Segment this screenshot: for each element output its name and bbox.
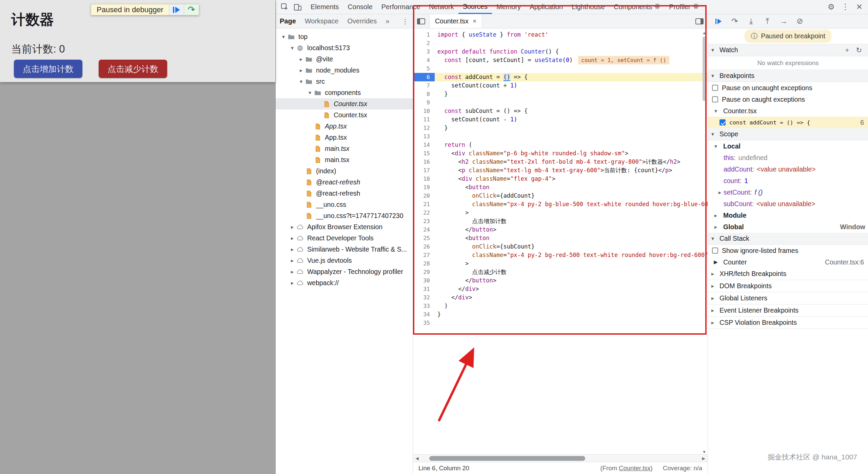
tree-item[interactable]: Apifox Browser Extension — [276, 221, 413, 233]
horizontal-scroll-thumb[interactable] — [429, 456, 585, 461]
tree-item[interactable]: App.tsx — [276, 121, 413, 132]
tree-item[interactable]: __uno.css?t=1747717407230 — [276, 210, 413, 221]
frame-location[interactable]: Counter.tsx:6 — [825, 258, 864, 266]
tree-item[interactable]: Counter.tsx — [276, 98, 413, 110]
chevron-right-icon[interactable] — [716, 189, 724, 196]
chevron-down-icon[interactable] — [297, 78, 305, 85]
scope-variable[interactable]: count: 1 — [708, 175, 868, 186]
line-number-gutter[interactable]: 4 — [413, 56, 435, 64]
call-stack-section-header[interactable]: Call Stack — [708, 233, 868, 245]
chevron-right-icon[interactable] — [289, 269, 296, 275]
tab-console[interactable]: Console — [343, 0, 377, 14]
tree-item[interactable]: localhost:5173 — [276, 42, 413, 54]
add-watch-expression-icon[interactable] — [845, 46, 849, 54]
line-number-gutter[interactable]: 15 — [413, 149, 435, 158]
line-number-gutter[interactable]: 25 — [413, 234, 435, 242]
line-number-gutter[interactable]: 31 — [413, 285, 435, 293]
line-number-gutter[interactable]: 22 — [413, 209, 435, 217]
chevron-right-icon[interactable] — [289, 257, 296, 264]
inspect-element-icon[interactable] — [278, 1, 291, 14]
checkbox-unchecked[interactable] — [712, 248, 718, 254]
tab-elements[interactable]: Elements — [306, 0, 343, 14]
refresh-watch-icon[interactable] — [856, 46, 862, 54]
tree-item[interactable]: components — [276, 87, 413, 98]
scope-group-local[interactable]: Local — [708, 140, 868, 152]
step-out-button[interactable] — [761, 15, 774, 28]
tree-item[interactable]: @react-refresh — [276, 177, 413, 188]
close-tab-icon[interactable] — [473, 17, 477, 25]
line-number-gutter[interactable]: 6 — [413, 73, 435, 81]
close-devtools-icon[interactable] — [856, 2, 863, 12]
tab-workspace[interactable]: Workspace — [305, 17, 339, 25]
tree-item[interactable]: App.tsx — [276, 132, 413, 143]
scope-variable[interactable]: addCount: <value unavailable> — [708, 163, 868, 175]
section-event-listener-breakpoints[interactable]: Event Listener Breakpoints — [708, 304, 868, 317]
chevron-down-icon[interactable] — [306, 90, 314, 96]
line-number-gutter[interactable]: 33 — [413, 302, 435, 310]
tree-item[interactable]: webpack:// — [276, 277, 413, 289]
breakpoint-checkbox[interactable] — [719, 119, 726, 125]
scope-variable[interactable]: setCount: f () — [708, 186, 868, 198]
editor-tab-counter-tsx[interactable]: Counter.tsx — [429, 14, 482, 28]
line-number-gutter[interactable]: 14 — [413, 141, 435, 149]
section-dom-breakpoints[interactable]: DOM Breakpoints — [708, 280, 868, 292]
tab-performance[interactable]: Performance — [377, 0, 425, 14]
chevron-right-icon[interactable] — [297, 56, 305, 62]
tree-item[interactable]: node_modules — [276, 65, 413, 76]
tab-application[interactable]: Application — [525, 0, 567, 14]
from-file-link[interactable]: Counter.tsx — [619, 465, 651, 472]
scroll-left-icon[interactable] — [413, 456, 421, 461]
breakpoints-section-header[interactable]: Breakpoints — [708, 70, 868, 82]
line-number-gutter[interactable]: 23 — [413, 217, 435, 225]
scope-section-header[interactable]: Scope — [708, 128, 868, 140]
watch-section-header[interactable]: Watch — [708, 44, 868, 56]
line-number-gutter[interactable]: 10 — [413, 107, 435, 115]
line-number-gutter[interactable]: 28 — [413, 259, 435, 268]
scroll-up-icon[interactable] — [702, 31, 706, 35]
line-number-gutter[interactable]: 24 — [413, 225, 435, 234]
chevron-right-icon[interactable] — [289, 235, 296, 241]
line-number-gutter[interactable]: 12 — [413, 124, 435, 132]
tab-page[interactable]: Page — [280, 17, 296, 25]
step-into-button[interactable] — [745, 15, 757, 28]
chevron-right-icon[interactable] — [289, 280, 296, 286]
scope-group-global[interactable]: GlobalWindow — [708, 221, 868, 233]
line-number-gutter[interactable]: 2 — [413, 39, 435, 47]
line-number-gutter[interactable]: 8 — [413, 90, 435, 98]
chevron-down-icon[interactable] — [280, 34, 287, 40]
line-number-gutter[interactable]: 26 — [413, 242, 435, 251]
scroll-down-icon[interactable] — [702, 450, 706, 454]
editor-horizontal-scrollbar[interactable] — [413, 454, 708, 462]
tree-item[interactable]: src — [276, 76, 413, 87]
line-number-gutter[interactable]: 21 — [413, 200, 435, 209]
decrease-count-button[interactable]: 点击减少计数 — [99, 60, 167, 78]
tree-item[interactable]: top — [276, 31, 413, 42]
navigator-menu-icon[interactable] — [402, 17, 409, 25]
scope-variable[interactable]: subCount: <value unavailable> — [708, 198, 868, 210]
checkbox-unchecked[interactable] — [712, 85, 718, 91]
tab-overrides[interactable]: Overrides — [347, 17, 377, 25]
more-tabs-icon[interactable] — [386, 17, 389, 25]
tree-item[interactable]: Counter.tsx — [276, 110, 413, 121]
step-button[interactable] — [777, 15, 790, 28]
banner-resume-button[interactable] — [169, 4, 184, 15]
scope-variable[interactable]: this: undefined — [708, 152, 868, 163]
line-number-gutter[interactable]: 13 — [413, 132, 435, 141]
breakpoint-entry[interactable]: const addCount = () => {6 — [708, 117, 868, 128]
tree-item[interactable]: Similarweb - Website Traffic & S... — [276, 244, 413, 255]
toggle-debugger-panel-icon[interactable] — [695, 18, 704, 24]
line-number-gutter[interactable]: 7 — [413, 81, 435, 90]
tree-item[interactable]: Vue.js devtools — [276, 255, 413, 266]
tab-network[interactable]: Network — [425, 0, 458, 14]
vertical-scroll-thumb[interactable] — [703, 37, 706, 101]
call-stack-frame[interactable]: CounterCounter.tsx:6 — [708, 256, 868, 268]
line-number-gutter[interactable]: 3 — [413, 47, 435, 56]
line-number-gutter[interactable]: 18 — [413, 175, 435, 183]
line-number-gutter[interactable]: 19 — [413, 183, 435, 192]
tree-item[interactable]: React Developer Tools — [276, 233, 413, 244]
line-number-gutter[interactable]: 1 — [413, 31, 435, 39]
ignore-listed-toggle[interactable]: Show ignore-listed frames — [708, 245, 868, 256]
tree-item[interactable]: (index) — [276, 165, 413, 177]
increase-count-button[interactable]: 点击增加计数 — [14, 60, 82, 78]
line-number-gutter[interactable]: 9 — [413, 98, 435, 107]
